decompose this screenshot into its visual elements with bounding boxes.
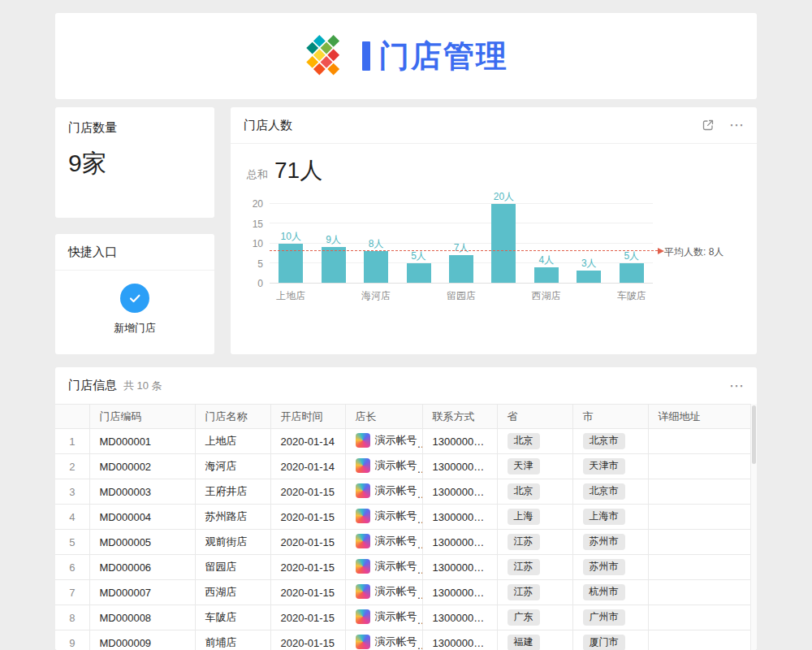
province-cell: 北京 [497,429,572,454]
bar-col-4[interactable]: 5人 [407,263,431,283]
row-index: 8 [55,605,89,630]
bar-slot: 4人 [525,204,568,283]
manager-avatar-icon [356,433,370,448]
bar-col-8[interactable]: 3人 [577,271,601,283]
headcount-chart-card: 门店人数 ⋯ 总和 [231,107,757,354]
province-cell: 江苏 [497,555,572,580]
store-code: MD000004 [89,505,195,530]
store-manager: 演示帐号 [345,454,422,479]
store-name: 西湖店 [195,580,270,605]
province-tag: 北京 [508,433,540,449]
x-axis-label [568,289,610,303]
chart-y-axis: 05101520 [247,204,270,284]
store-name: 观前街店 [195,530,270,555]
table-title: 门店信息 [68,378,117,393]
store-code: MD000005 [89,530,195,555]
bar-slot: 7人 [440,204,482,283]
table-row[interactable]: 9MD000009前埔店2020-01-15演示帐号13000000000福建厦… [55,630,750,650]
contact-phone: 13000000000 [422,555,497,580]
scrollbar-thumb[interactable] [752,405,756,464]
bar-col-6[interactable]: 20人 [491,204,516,283]
y-axis-tick: 15 [253,219,263,229]
address-cell [648,630,750,650]
bar-value-label: 9人 [326,235,341,245]
chart-card-title: 门店人数 [244,118,292,133]
store-manager: 演示帐号 [345,630,422,650]
bar-slot: 3人 [568,204,610,283]
sum-label: 总和 [247,167,268,182]
city-cell: 北京市 [572,429,648,454]
table-count: 共 10 条 [123,379,729,393]
province-tag: 福建 [508,635,540,650]
store-manager: 演示帐号 [345,580,422,605]
bar-slot: 10人 [270,204,312,283]
bar-西湖店[interactable]: 4人 [534,267,559,283]
app-logo-icon [304,33,349,79]
column-header: 门店编码 [89,405,195,429]
x-axis-label: 留园店 [440,289,482,303]
bar-海河店[interactable]: 8人 [364,251,388,283]
table-row[interactable]: 8MD000008车陂店2020-01-15演示帐号13000000000广东广… [55,605,750,630]
row-index: 5 [55,530,89,555]
store-manager: 演示帐号 [345,555,422,580]
address-cell [648,555,750,580]
open-date: 2020-01-15 [270,479,345,505]
manager-name: 演示帐号 [375,458,417,473]
store-name: 苏州路店 [195,505,270,530]
add-store-button[interactable]: 新增门店 [114,284,156,336]
province-tag: 上海 [508,509,540,525]
contact-phone: 13000000000 [422,605,497,630]
check-circle-icon [120,284,149,313]
title-accent-bar [362,41,370,71]
table-row[interactable]: 5MD000005观前街店2020-01-15演示帐号13000000000江苏… [55,530,750,555]
x-axis-label [482,289,525,303]
open-date: 2020-01-15 [270,630,345,650]
table-row[interactable]: 3MD000003王府井店2020-01-15演示帐号13000000000北京… [55,479,750,505]
bar-value-label: 5人 [624,251,639,261]
store-name: 前埔店 [195,630,270,650]
bar-value-label: 3人 [581,258,597,268]
x-axis-label: 上地店 [270,289,312,303]
manager-avatar-icon [356,509,370,523]
table-row[interactable]: 4MD000004苏州路店2020-01-15演示帐号13000000000上海… [55,505,750,530]
quick-entry-card: 快捷入口 新增门店 [55,234,214,354]
chart-more-icon[interactable]: ⋯ [729,118,744,132]
city-tag: 厦门市 [583,635,625,650]
store-code: MD000003 [89,479,195,505]
store-manager: 演示帐号 [345,479,422,505]
address-cell [648,454,750,479]
table-row[interactable]: 2MD000002海河店2020-01-14演示帐号13000000000天津天… [55,454,750,479]
table-scrollbar[interactable] [750,404,757,650]
table-more-icon[interactable]: ⋯ [729,379,744,393]
row-index: 6 [55,555,89,580]
open-date: 2020-01-15 [270,605,345,630]
province-cell: 福建 [497,630,572,650]
province-cell: 广东 [497,605,572,630]
city-tag: 上海市 [583,509,625,525]
page-title: 门店管理 [378,41,508,72]
y-axis-tick: 10 [253,239,263,249]
table-row[interactable]: 1MD000001上地店2020-01-14演示帐号13000000000北京北… [55,429,750,454]
address-cell [648,479,750,505]
x-axis-label [312,289,354,303]
average-label: 平均人数: 8人 [664,245,723,258]
table-row[interactable]: 7MD000007西湖店2020-01-15演示帐号13000000000江苏杭… [55,580,750,605]
manager-name: 演示帐号 [375,609,417,624]
export-icon[interactable] [702,119,715,132]
store-manager: 演示帐号 [345,505,422,530]
bar-上地店[interactable]: 10人 [279,244,303,284]
y-axis-tick: 20 [253,199,263,209]
province-tag: 江苏 [508,559,540,575]
manager-name: 演示帐号 [375,433,417,448]
bar-留园店[interactable]: 7人 [449,255,473,283]
province-cell: 上海 [497,505,572,530]
store-manager: 演示帐号 [345,605,422,630]
row-index: 3 [55,479,89,505]
bar-col-2[interactable]: 9人 [322,247,346,283]
bar-车陂店[interactable]: 5人 [620,263,644,283]
city-cell: 苏州市 [572,555,648,580]
bar-slot: 5人 [611,204,653,283]
table-row[interactable]: 6MD000006留园店2020-01-15演示帐号13000000000江苏苏… [55,555,750,580]
chart-x-labels: 上地店海河店留园店西湖店车陂店 [270,284,653,303]
city-cell: 北京市 [572,479,648,505]
